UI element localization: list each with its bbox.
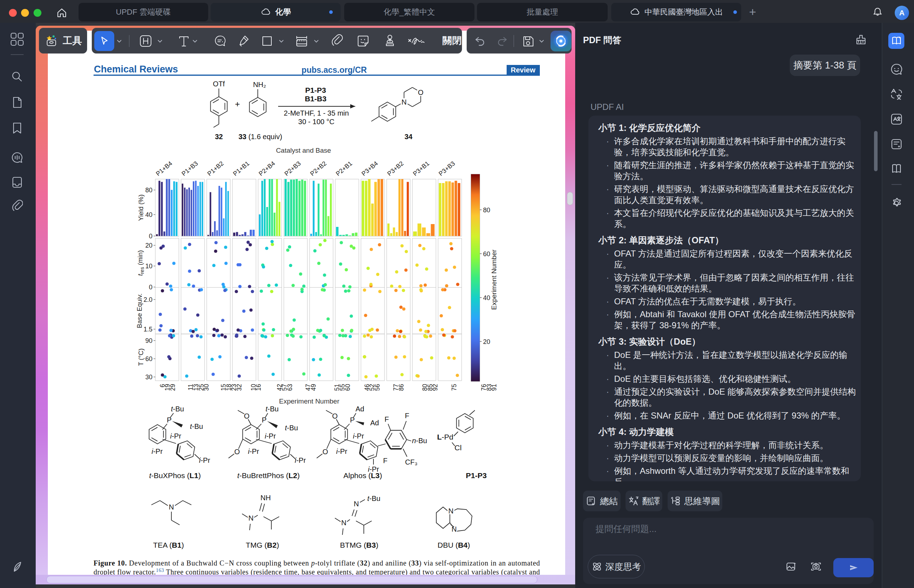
svg-text:Experiment Number: Experiment Number [279,397,340,405]
svg-text:N: N [341,519,346,527]
svg-text:10: 10 [145,263,152,270]
svg-text:49: 49 [310,384,317,391]
svg-text:+: + [235,99,240,109]
svg-text:80: 80 [483,207,490,214]
svg-text:B1-B3: B1-B3 [305,95,327,103]
svg-text:30: 30 [203,384,210,391]
svg-text:i-Pr: i-Pr [336,447,347,455]
svg-text:P1-P3: P1-P3 [305,86,326,94]
svg-text:t-BuXPhos (L1): t-BuXPhos (L1) [149,471,201,480]
svg-text:i-Pr: i-Pr [265,432,276,440]
svg-text:t-Bu: t-Bu [285,424,298,432]
svg-text:OTf: OTf [213,80,225,88]
svg-text:t-Bu: t-Bu [171,405,184,413]
svg-text:40: 40 [145,211,152,218]
svg-text:Chemical Reviews: Chemical Reviews [94,64,178,74]
svg-text:t-Bu: t-Bu [265,405,279,413]
svg-text:Catalyst and Base: Catalyst and Base [276,147,331,154]
svg-text:32: 32 [215,133,223,141]
svg-text:N: N [354,500,359,508]
svg-text:Review: Review [511,66,535,74]
svg-text:56: 56 [374,384,381,391]
svg-text:2-MeTHF, 1 - 35 min: 2-MeTHF, 1 - 35 min [284,109,349,117]
svg-text:1.5: 1.5 [144,326,152,333]
svg-text:30: 30 [145,373,152,381]
svg-text:DBU (B4): DBU (B4) [437,541,470,549]
svg-text:75: 75 [451,384,458,391]
svg-text:TMG (B2): TMG (B2) [246,541,279,549]
svg-text:91: 91 [490,384,498,391]
svg-text:T (°C): T (°C) [137,348,145,366]
svg-text:P: P [262,416,266,424]
svg-text:Yield (%): Yield (%) [137,194,145,221]
svg-text:N: N [169,503,174,511]
svg-text:P1-P3: P1-P3 [466,471,487,480]
svg-text:60: 60 [145,355,152,362]
svg-text:32: 32 [236,384,243,391]
svg-text:O: O [322,448,328,456]
svg-text:34: 34 [404,133,413,141]
svg-text:NH₂: NH₂ [253,81,266,89]
svg-text:63: 63 [286,384,293,391]
svg-text:86: 86 [398,384,405,391]
svg-text:t-Bu: t-Bu [367,494,380,502]
svg-text:P: P [167,416,171,424]
svg-text:i-Pr: i-Pr [353,432,364,440]
svg-text:t-Bu: t-Bu [190,422,203,430]
svg-text:n-Bu: n-Bu [412,437,427,444]
svg-text:BTMG (B3): BTMG (B3) [340,541,378,549]
svg-text:90: 90 [145,337,152,344]
svg-text:i-Pr: i-Pr [151,447,162,455]
svg-text:O: O [234,448,240,456]
svg-text:29: 29 [169,384,176,391]
svg-text:i-Pr: i-Pr [294,456,306,464]
svg-text:20: 20 [483,338,490,346]
svg-text:t-BuBrettPhos (L2): t-BuBrettPhos (L2) [237,471,299,480]
svg-text:20: 20 [145,242,152,249]
svg-text:30 - 100 °C: 30 - 100 °C [298,118,334,126]
svg-text:i-Pr: i-Pr [170,432,181,440]
svg-text:pubs.acs.org/CR: pubs.acs.org/CR [302,65,367,74]
svg-text:O: O [332,412,338,420]
svg-text:CF₃: CF₃ [405,458,418,466]
svg-text:Experiment Number: Experiment Number [490,249,498,310]
svg-text:2.0: 2.0 [144,296,152,303]
svg-text:Figure 10. Development of a Bu: Figure 10. Development of a Buchwald C−N… [94,559,540,567]
svg-text:Cl: Cl [455,444,462,452]
svg-text:N: N [451,525,457,533]
svg-text:Ad: Ad [370,419,379,427]
svg-text:Alphos (L3): Alphos (L3) [343,471,382,480]
svg-text:N: N [448,507,453,515]
svg-text:i-Pr: i-Pr [248,447,259,455]
svg-text:i-Pr: i-Pr [199,456,210,464]
svg-text:N: N [249,514,254,522]
svg-text:N: N [401,98,406,106]
svg-text:Base Equiv.: Base Equiv. [136,293,143,328]
svg-text:F: F [405,412,409,420]
svg-text:TEA (B1): TEA (B1) [153,541,184,549]
svg-text:16: 16 [255,384,262,391]
svg-text:80: 80 [145,187,152,194]
svg-text:L-Pd: L-Pd [437,433,453,441]
svg-text:Ad: Ad [356,405,364,413]
svg-text:P: P [350,416,354,424]
svg-text:60: 60 [483,250,490,258]
svg-text:O: O [418,89,424,96]
svg-text:0: 0 [149,233,152,240]
svg-text:F: F [383,457,387,465]
svg-text:33 (1.6 equiv): 33 (1.6 equiv) [238,133,282,141]
svg-text:60: 60 [344,384,351,391]
svg-text:F: F [385,415,389,423]
svg-text:92: 92 [432,384,439,391]
svg-text:40: 40 [483,294,490,302]
svg-text:NH: NH [260,494,271,502]
svg-text:O: O [244,412,249,420]
svg-text:0: 0 [149,284,152,291]
